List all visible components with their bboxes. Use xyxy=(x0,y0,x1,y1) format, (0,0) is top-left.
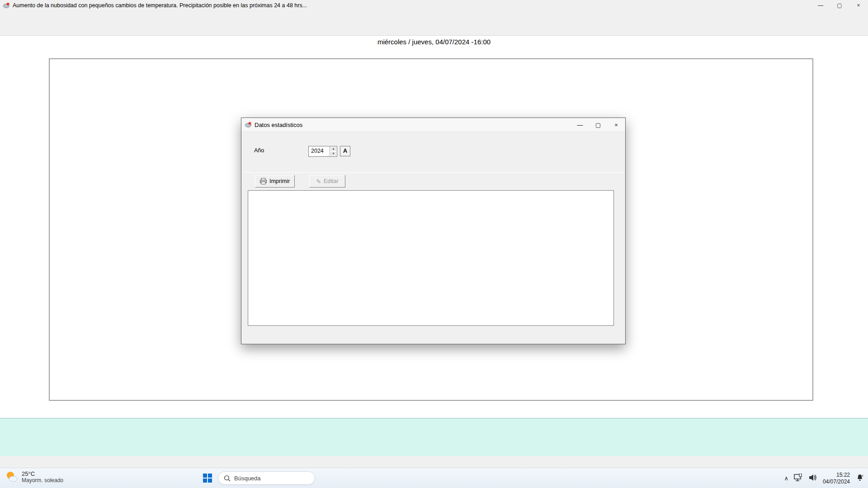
dialog-maximize-button[interactable]: ▢ xyxy=(589,122,607,128)
sensor-summary-table xyxy=(0,418,868,456)
search-icon xyxy=(224,475,231,482)
network-icon[interactable] xyxy=(794,474,803,483)
system-tray: ∧ 15:22 04/07/2024 z xyxy=(784,468,864,488)
pencil-icon: ✎ xyxy=(316,178,321,185)
a-button[interactable]: A xyxy=(340,146,350,156)
search-input[interactable]: Búsqueda xyxy=(218,471,315,485)
tray-clock[interactable]: 15:22 04/07/2024 xyxy=(823,472,850,485)
menu-bar xyxy=(0,11,868,21)
imprimir-button[interactable]: Imprimir xyxy=(255,175,295,188)
datos-estadisticos-dialog: Datos estadísticos — ▢ × Año 2024 ▲▼ A I… xyxy=(241,117,626,344)
app-icon xyxy=(3,2,10,9)
dialog-menu-bar xyxy=(241,132,625,144)
toolbar xyxy=(0,21,868,36)
taskbar-weather-temp: 25°C xyxy=(22,470,63,477)
spin-down-icon[interactable]: ▼ xyxy=(330,151,337,156)
notification-bell-icon[interactable]: z xyxy=(855,473,864,484)
printer-icon xyxy=(260,178,267,184)
svg-text:z: z xyxy=(862,474,863,477)
dialog-title: Datos estadísticos xyxy=(255,122,302,128)
year-spinner[interactable]: 2024 ▲▼ xyxy=(308,146,337,157)
dialog-minimize-button[interactable]: — xyxy=(571,122,589,128)
taskbar-weather-widget[interactable]: 25°C Mayorm. soleado xyxy=(5,470,63,483)
tray-chevron-up-icon[interactable]: ∧ xyxy=(784,475,788,482)
editar-button[interactable]: ✎ Editar xyxy=(309,175,345,188)
sun-cloud-icon xyxy=(5,470,18,483)
status-bar xyxy=(0,456,868,468)
spinner-arrows[interactable]: ▲▼ xyxy=(330,146,337,156)
year-value: 2024 xyxy=(309,146,330,156)
close-button[interactable]: × xyxy=(849,2,868,9)
year-label: Año xyxy=(254,147,264,154)
chart-title: miércoles / jueves, 04/07/2024 -16:00 xyxy=(0,38,868,46)
windows-logo-icon xyxy=(202,473,213,483)
stats-table-container xyxy=(248,190,614,326)
dialog-close-button[interactable]: × xyxy=(607,122,625,128)
wswin-window: Aumento de la nubosidad con pequeños cam… xyxy=(0,0,868,488)
tray-date: 04/07/2024 xyxy=(823,479,850,485)
window-titlebar: Aumento de la nubosidad con pequeños cam… xyxy=(0,0,868,11)
maximize-button[interactable]: ▢ xyxy=(830,2,849,9)
spin-up-icon[interactable]: ▲ xyxy=(330,146,337,151)
start-button[interactable] xyxy=(202,473,213,485)
dialog-titlebar[interactable]: Datos estadísticos — ▢ × xyxy=(241,118,625,132)
window-title: Aumento de la nubosidad con pequeños cam… xyxy=(13,2,307,9)
minimize-button[interactable]: — xyxy=(811,2,830,9)
tray-time: 15:22 xyxy=(823,472,850,479)
taskbar-weather-condition: Mayorm. soleado xyxy=(22,477,63,483)
volume-icon[interactable] xyxy=(808,474,817,483)
search-placeholder: Búsqueda xyxy=(234,475,261,482)
dialog-icon xyxy=(245,121,252,128)
taskbar: 25°C Mayorm. soleado Búsqueda ∧ 15:22 xyxy=(0,468,868,488)
